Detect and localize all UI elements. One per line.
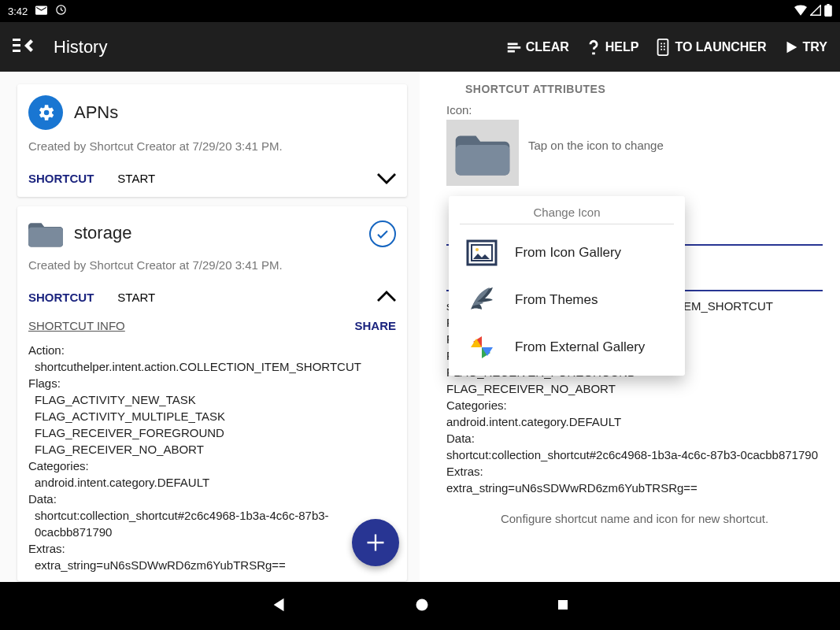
attributes-header: SHORTCUT ATTRIBUTES xyxy=(465,83,823,95)
shortcut-button[interactable]: SHORTCUT xyxy=(28,291,94,304)
settings-icon xyxy=(28,95,63,130)
svg-rect-2 xyxy=(664,43,665,44)
page-title: History xyxy=(54,37,107,57)
footer-hint: Configure shortcut name and icon for new… xyxy=(446,512,823,525)
expand-icon[interactable] xyxy=(377,167,396,189)
collapse-icon[interactable] xyxy=(377,286,396,308)
try-button[interactable]: TRY xyxy=(783,39,827,56)
status-bar: 3:42 xyxy=(0,0,840,22)
svg-rect-1 xyxy=(661,43,663,44)
history-card-storage[interactable]: storage Created by Shortcut Creator at 7… xyxy=(17,206,407,581)
popup-item-label: From Themes xyxy=(515,292,598,308)
help-button[interactable]: HELP xyxy=(585,39,639,56)
try-label: TRY xyxy=(803,40,827,54)
svg-rect-4 xyxy=(664,46,665,47)
launcher-label: TO LAUNCHER xyxy=(675,40,766,54)
wifi-icon xyxy=(794,5,807,18)
svg-rect-3 xyxy=(661,46,663,47)
shortcut-info-label[interactable]: SHORTCUT INFO xyxy=(28,319,125,332)
card-subtitle: Created by Shortcut Creator at 7/29/20 3… xyxy=(28,258,396,272)
icon-label: Icon: xyxy=(446,103,823,117)
svg-rect-6 xyxy=(664,48,665,50)
card-subtitle: Created by Shortcut Creator at 7/29/20 3… xyxy=(28,139,396,153)
update-icon xyxy=(55,4,67,18)
svg-rect-0 xyxy=(658,39,668,54)
photos-icon xyxy=(466,333,498,361)
launcher-button[interactable]: TO LAUNCHER xyxy=(654,39,766,56)
history-card-apn[interactable]: APNs Created by Shortcut Creator at 7/29… xyxy=(17,84,407,197)
popup-item-themes[interactable]: From Themes xyxy=(449,276,685,324)
icon-preview[interactable] xyxy=(446,120,519,186)
folder-icon xyxy=(28,217,63,249)
share-button[interactable]: SHARE xyxy=(354,319,396,332)
mail-icon xyxy=(35,5,47,17)
popup-item-label: From External Gallery xyxy=(515,339,645,355)
nav-recent[interactable] xyxy=(556,598,570,615)
change-icon-popup: Change Icon From Icon Gallery From Theme… xyxy=(449,196,685,376)
icon-hint: Tap on the icon to change xyxy=(528,117,823,152)
history-list: APNs Created by Shortcut Creator at 7/29… xyxy=(0,72,420,582)
start-button[interactable]: START xyxy=(117,172,155,185)
gallery-frame-icon xyxy=(466,239,498,267)
popup-item-label: From Icon Gallery xyxy=(515,245,621,261)
start-button[interactable]: START xyxy=(117,291,155,304)
clear-label: CLEAR xyxy=(526,40,569,54)
popup-title: Change Icon xyxy=(449,204,685,224)
card-title: APNs xyxy=(74,102,118,123)
status-time: 3:42 xyxy=(8,6,28,17)
shortcut-button[interactable]: SHORTCUT xyxy=(28,172,94,185)
svg-point-10 xyxy=(416,598,427,610)
signal-icon xyxy=(810,5,821,18)
fab-add[interactable] xyxy=(352,519,399,566)
nav-home[interactable] xyxy=(414,597,430,616)
clear-button[interactable]: CLEAR xyxy=(505,39,569,56)
svg-rect-11 xyxy=(558,600,568,610)
back-icon[interactable] xyxy=(13,36,35,58)
selected-check-icon[interactable] xyxy=(369,220,396,247)
themes-icon xyxy=(466,286,498,314)
divider xyxy=(460,224,674,224)
app-bar: History CLEAR HELP TO LAUNCHER TRY xyxy=(0,22,840,72)
popup-item-external[interactable]: From External Gallery xyxy=(449,324,685,371)
nav-back[interactable] xyxy=(271,596,288,617)
popup-item-gallery[interactable]: From Icon Gallery xyxy=(449,229,685,276)
shortcut-details: Action: shortcuthelper.intent.action.COL… xyxy=(28,342,396,573)
svg-rect-5 xyxy=(661,48,663,50)
android-nav-bar xyxy=(0,582,840,630)
help-label: HELP xyxy=(605,40,639,54)
card-title: storage xyxy=(74,223,131,243)
battery-icon xyxy=(824,4,832,19)
svg-point-9 xyxy=(476,248,479,251)
